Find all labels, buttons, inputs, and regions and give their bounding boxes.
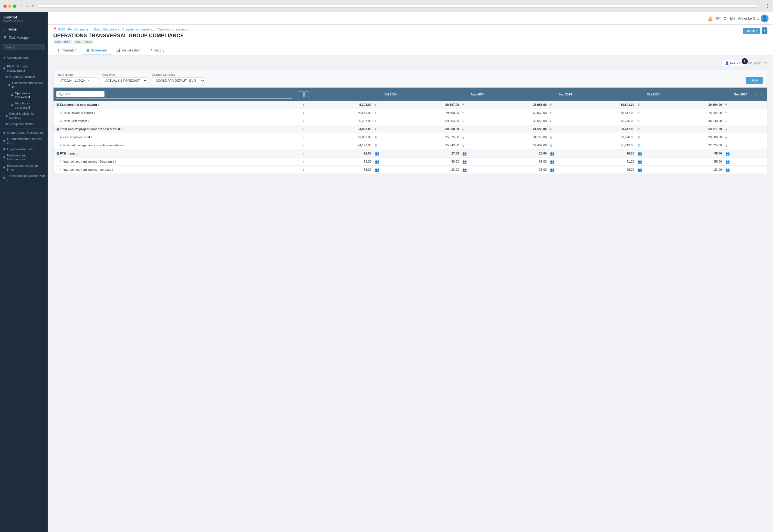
sidebar-item-restructuring[interactable]: Restructuring types for firms bbox=[0, 163, 48, 173]
sidebar-item-group-compliance[interactable]: Group Compliance bbox=[0, 74, 48, 80]
value-cell-total-oneoff-3: 50,247.00 bbox=[575, 125, 637, 133]
history-icon: ↺ bbox=[149, 48, 152, 52]
url-bar[interactable] bbox=[37, 5, 758, 8]
download-icon[interactable]: ↓ bbox=[761, 3, 763, 9]
value-cell-total-cost-1: 59,203.00 bbox=[400, 117, 462, 125]
sidebar-item-home[interactable]: ⌂ Home bbox=[0, 25, 48, 34]
refresh-button[interactable]: ↻ bbox=[764, 61, 767, 65]
date-range-clear[interactable]: ✕ bbox=[87, 79, 90, 83]
tab-information-label: Information bbox=[60, 48, 77, 52]
sidebar-item-legal[interactable]: Legal transformation bbox=[0, 146, 48, 152]
lang-selector[interactable]: EN bbox=[730, 17, 735, 20]
sidebar-item-compliance-transversal[interactable]: Compliance transversal pr... bbox=[0, 80, 48, 90]
info-icon-total-revenue[interactable]: ℹ bbox=[94, 111, 95, 114]
expand-cell-total-cost: › bbox=[295, 117, 312, 125]
expand-btn-internal-increase[interactable]: › bbox=[302, 167, 305, 172]
settings-icon[interactable]: ⚙ bbox=[723, 16, 727, 21]
currency-cell-external-mgmt-2: € bbox=[549, 141, 574, 149]
info-icon-external-mgmt[interactable]: ℹ bbox=[124, 144, 125, 147]
expand-btn-total-oneoff[interactable]: › bbox=[302, 127, 305, 131]
more-icon[interactable]: ⋮ bbox=[765, 3, 770, 9]
nav-prev-prev-button[interactable]: « bbox=[298, 92, 304, 97]
date-range-filter: Date Range 07/2024 - 11/2024 ✕ bbox=[58, 73, 97, 84]
table-row-external-mgmt: ↳External management consulting assistan… bbox=[53, 141, 767, 149]
notification-bubble[interactable]: 1 bbox=[742, 58, 748, 64]
value-cell-one-off-project-3: 29,028.00 bbox=[575, 133, 637, 141]
breadcrumb-pmo[interactable]: PMO - Portfolio mana... bbox=[58, 28, 90, 31]
nav-prev-button[interactable]: ‹ bbox=[304, 92, 309, 97]
date-range-input[interactable]: 07/2024 - 11/2024 ✕ bbox=[58, 77, 97, 84]
value-cell-internal-increase-4: 23.00 bbox=[662, 166, 725, 174]
info-icon-fte-impact[interactable]: ℹ bbox=[77, 152, 78, 155]
page-title: OPERATIONS TRANSVERSAL GROUP COMPLIANCE bbox=[53, 33, 189, 39]
nav-next-next-button[interactable]: » bbox=[758, 91, 764, 97]
info-icon-total-cost[interactable]: ℹ bbox=[88, 119, 89, 123]
value-cell-fte-impact-3: 25.00 bbox=[575, 149, 637, 158]
nav-next-button[interactable]: › bbox=[753, 91, 758, 97]
content-topbar: 👤 Entity ▾ 1 Last update ↻ bbox=[53, 60, 767, 66]
row-label-total-cost: Total Cost Impact bbox=[63, 119, 87, 123]
expand-btn-total-cost[interactable]: › bbox=[302, 119, 305, 123]
scorecard-table: 🔍 « ‹ bbox=[53, 88, 767, 174]
entity-button[interactable]: 👤 Entity ▾ bbox=[722, 60, 744, 66]
indent-arrow-total-cost: ↳ bbox=[56, 119, 62, 123]
refresh-button[interactable]: ↻ bbox=[31, 3, 34, 9]
radio-icon: ● bbox=[3, 56, 5, 60]
value-cell-external-mgmt-2: 27,437.00 bbox=[487, 141, 549, 149]
expand-btn-expected-net-cost[interactable]: › bbox=[302, 102, 305, 107]
currency-cell-external-mgmt-3: € bbox=[637, 141, 662, 149]
info-icon-one-off-project[interactable]: ℹ bbox=[91, 136, 92, 139]
tab-history-label: History bbox=[154, 48, 164, 52]
status-button[interactable]: Ongoing bbox=[743, 28, 760, 34]
nav-arrows-right: › » bbox=[753, 91, 764, 97]
info-icon-internal-increase[interactable]: ℹ bbox=[112, 168, 113, 171]
sidebar-item-regulatory-transversal[interactable]: Regulatory transversal ... bbox=[0, 100, 48, 111]
info-icon-total-oneoff[interactable]: ℹ bbox=[123, 128, 125, 131]
tab-scorecard-label: Scorecard bbox=[91, 48, 107, 52]
expand-btn-external-mgmt[interactable]: › bbox=[302, 143, 305, 147]
expand-btn-total-revenue[interactable]: › bbox=[302, 111, 305, 115]
sidebar-item-group-hr[interactable]: Group Human Ressources bbox=[0, 130, 48, 136]
tab-information[interactable]: ℹ Information bbox=[53, 46, 82, 55]
value-cell-total-cost-0: 55,257.00 bbox=[312, 117, 374, 125]
currency-cell-total-oneoff-4: € bbox=[725, 125, 750, 133]
save-button[interactable]: Save bbox=[746, 77, 763, 84]
breadcrumb: 📍 PMO - Portfolio mana... / Group Compli… bbox=[53, 27, 189, 31]
tab-history[interactable]: ↺ History bbox=[145, 46, 169, 55]
table-row-internal-increase: ↳Internal recurrent impact - Increaseℹ›3… bbox=[53, 166, 767, 174]
currency-select[interactable]: DEVISE PAR DÉFAUT : EUR bbox=[152, 77, 205, 84]
sidebar-item-digital-efficiency[interactable]: Digital & efficiency compli... bbox=[0, 111, 48, 121]
sidebar-item-transformation-master[interactable]: Transformation Master Plan -... bbox=[0, 173, 48, 183]
sidebar-item-it-transformation[interactable]: IT transformation: road to 20... bbox=[0, 136, 48, 146]
mail-icon[interactable]: ✉ bbox=[716, 16, 720, 21]
bell-icon[interactable]: 🔔 bbox=[707, 16, 713, 21]
data-type-select[interactable]: ACTUALS & FORECAST bbox=[102, 77, 147, 84]
breadcrumb-compliance-transvers[interactable]: Compliance transvers... bbox=[122, 28, 155, 31]
forward-button[interactable]: › bbox=[25, 3, 29, 9]
currency-cell-internal-increase-4: 👥 bbox=[725, 166, 750, 174]
tab-visualization-label: Visualization bbox=[122, 48, 141, 52]
table-filter-input[interactable] bbox=[56, 91, 104, 97]
expand-btn-fte-impact[interactable]: › bbox=[302, 151, 305, 156]
sidebar-item-pmo[interactable]: PMO - Portfolio management bbox=[0, 63, 48, 74]
tab-visualization[interactable]: 📊 Visualization bbox=[112, 46, 145, 55]
expand-btn-one-off-project[interactable]: › bbox=[302, 135, 305, 139]
sidebar-item-assignation-only[interactable]: ● Assignation only bbox=[0, 55, 48, 61]
back-button[interactable]: ‹ bbox=[19, 3, 23, 9]
breadcrumb-group-compliance[interactable]: Group Compliance bbox=[93, 28, 119, 31]
sidebar-item-group-compliance-2[interactable]: Group compliance bbox=[0, 121, 48, 127]
expand-btn-internal-decrease[interactable]: › bbox=[302, 159, 305, 164]
info-icon-internal-decrease[interactable]: ℹ bbox=[115, 160, 116, 163]
minimize-dot bbox=[8, 4, 11, 8]
sidebar-item-task-manager[interactable]: ☰ Task Manager bbox=[0, 34, 48, 42]
info-icon-expected-net-cost[interactable]: ℹ bbox=[98, 103, 99, 106]
search-input[interactable] bbox=[3, 44, 45, 50]
expand-cell-internal-decrease: › bbox=[295, 158, 312, 166]
sidebar-item-marketing[interactable]: Marketing and Communicati... bbox=[0, 152, 48, 163]
currency-cell-expected-net-cost-3: € bbox=[637, 101, 662, 109]
sidebar-item-operations-transversal[interactable]: Operations transversal ... bbox=[0, 90, 48, 100]
currency-filter: Change Currency DEVISE PAR DÉFAUT : EUR bbox=[152, 73, 205, 84]
user-menu[interactable]: Arthur Le Grix 👤 bbox=[738, 15, 769, 22]
tab-scorecard[interactable]: ▦ Scorecard bbox=[82, 46, 112, 55]
status-dropdown-button[interactable]: ▾ bbox=[762, 27, 767, 34]
